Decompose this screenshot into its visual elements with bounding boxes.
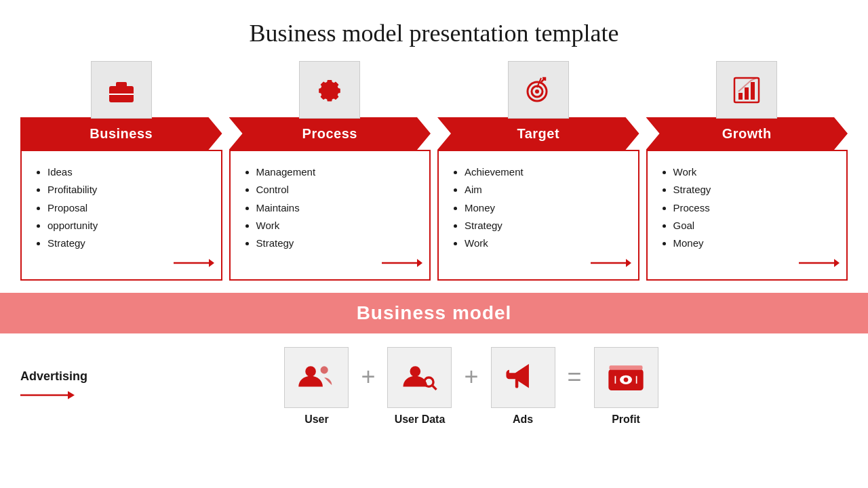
top-section: Business Ideas Profitability Proposal op… [0, 61, 868, 281]
list-item: Strategy [256, 235, 420, 252]
column-growth: Growth Work Strategy Process Goal Money [646, 61, 848, 281]
profit-label: Profit [612, 413, 640, 426]
growth-content: Work Strategy Process Goal Money [646, 150, 848, 281]
list-item: Aim [465, 181, 628, 199]
business-banner: Business [20, 117, 222, 150]
bottom-items-group: User + User Data + [95, 347, 848, 426]
column-bottom-arrow [382, 256, 422, 272]
column-bottom-arrow [799, 256, 840, 272]
user-search-icon [400, 358, 439, 397]
list-item: opportunity [47, 217, 211, 235]
advertising-label-group: Advertising [20, 369, 95, 404]
growth-list: Work Strategy Process Goal Money [661, 163, 837, 252]
list-item: Work [465, 235, 628, 252]
megaphone-icon [503, 358, 542, 397]
target-icon-card [508, 61, 569, 119]
process-banner: Process [229, 117, 431, 150]
gear-icon [313, 74, 346, 106]
list-item: Work [256, 217, 420, 235]
users-icon [297, 358, 336, 397]
list-item: Profitability [47, 181, 211, 199]
svg-rect-15 [745, 87, 749, 100]
target-list: Achievement Aim Money Strategy Work [452, 163, 628, 252]
list-item: Maintains [256, 199, 420, 217]
bottom-item-user: User [284, 347, 349, 426]
list-item: Goal [673, 217, 837, 235]
list-item: Proposal [47, 199, 211, 217]
svg-point-29 [624, 378, 629, 382]
target-icon [522, 74, 555, 106]
briefcase-icon [105, 74, 138, 106]
svg-rect-16 [751, 82, 755, 100]
target-label: Target [517, 126, 559, 142]
page-title: Business model presentation template [0, 0, 868, 61]
column-target: Target Achievement Aim Money Strategy Wo… [437, 61, 639, 281]
growth-icon-card [716, 61, 777, 119]
bottom-section: Advertising User + [0, 333, 868, 426]
growth-banner: Growth [646, 117, 848, 150]
svg-marker-18 [834, 259, 840, 267]
list-item: Strategy [673, 181, 837, 199]
business-list: Ideas Profitability Proposal opportunity… [35, 163, 211, 252]
list-item: Strategy [465, 217, 628, 235]
user-icon-card [284, 347, 349, 408]
column-process: Process Management Control Maintains Wor… [229, 61, 431, 281]
svg-point-22 [321, 367, 328, 374]
svg-marker-5 [417, 259, 422, 267]
svg-point-23 [410, 367, 420, 378]
advertising-arrow [20, 389, 75, 404]
svg-point-8 [535, 89, 539, 94]
business-model-banner: Business model [0, 293, 868, 333]
process-icon-card [299, 61, 360, 119]
user-data-label: User Data [395, 413, 446, 426]
operator-plus-2: + [464, 363, 478, 391]
list-item: Ideas [47, 163, 211, 181]
operator-plus-1: + [361, 363, 375, 391]
ads-icon-card [491, 347, 555, 408]
svg-rect-14 [738, 93, 743, 100]
business-content: Ideas Profitability Proposal opportunity… [20, 150, 222, 281]
list-item: Management [256, 163, 420, 181]
list-item: Money [465, 199, 628, 217]
ads-label: Ads [513, 413, 533, 426]
advertising-text: Advertising [20, 369, 87, 384]
svg-rect-30 [610, 365, 643, 370]
process-content: Management Control Maintains Work Strate… [229, 150, 431, 281]
column-bottom-arrow [591, 256, 631, 272]
chart-icon [730, 74, 763, 106]
list-item: Achievement [465, 163, 628, 181]
bottom-item-userdata: User Data [387, 347, 452, 426]
svg-marker-3 [209, 259, 214, 267]
user-data-icon-card [387, 347, 452, 408]
list-item: Strategy [47, 235, 211, 252]
profit-icon-card [594, 347, 658, 408]
process-list: Management Control Maintains Work Strate… [244, 163, 420, 252]
money-icon [606, 358, 646, 397]
list-item: Money [673, 235, 837, 252]
column-business: Business Ideas Profitability Proposal op… [20, 61, 222, 281]
process-label: Process [302, 126, 357, 142]
growth-label: Growth [722, 126, 772, 142]
bottom-item-profit: Profit [594, 347, 658, 426]
bottom-item-ads: Ads [491, 347, 555, 426]
business-model-label: Business model [357, 302, 512, 324]
list-item: Work [673, 163, 837, 181]
business-label: Business [90, 126, 153, 142]
target-banner: Target [437, 117, 639, 150]
svg-marker-12 [626, 259, 631, 267]
list-item: Control [256, 181, 420, 199]
business-icon-card [91, 61, 152, 119]
svg-line-25 [433, 386, 437, 390]
user-label: User [304, 413, 329, 426]
list-item: Process [673, 199, 837, 217]
operator-equals: = [568, 363, 582, 391]
target-content: Achievement Aim Money Strategy Work [437, 150, 639, 281]
svg-point-21 [305, 367, 316, 378]
column-bottom-arrow [174, 256, 214, 272]
svg-marker-20 [68, 391, 75, 399]
